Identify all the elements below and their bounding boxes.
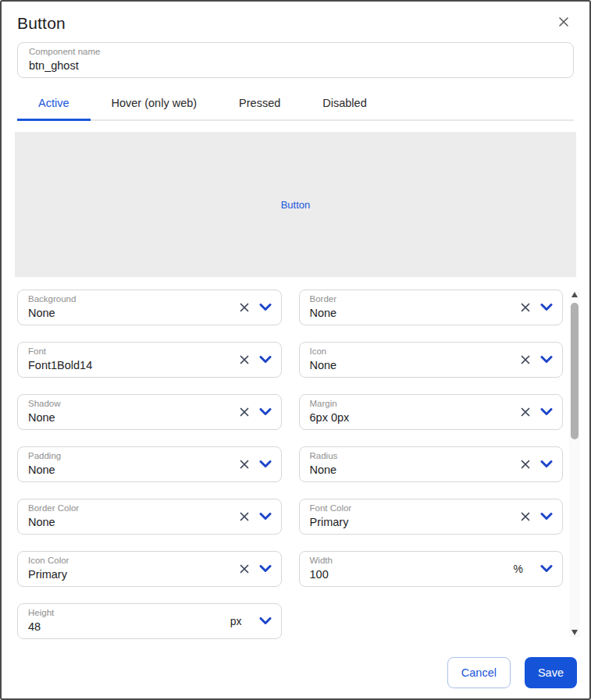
dialog-footer: Cancel Save xyxy=(2,657,589,698)
clear-icon[interactable] xyxy=(520,354,531,365)
clear-icon[interactable] xyxy=(239,302,250,313)
chevron-down-icon[interactable] xyxy=(259,304,272,311)
button-preview-area: Button xyxy=(15,132,576,277)
field-value: Primary xyxy=(28,568,223,581)
field-label: Icon Color xyxy=(28,556,223,567)
tab-active[interactable]: Active xyxy=(17,87,91,119)
scrollbar[interactable] xyxy=(569,290,580,638)
field-value: 6px 0px xyxy=(310,411,505,425)
field-radius[interactable]: Radius None xyxy=(299,446,564,482)
field-font-color[interactable]: Font Color Primary xyxy=(299,499,564,535)
chevron-down-icon[interactable] xyxy=(259,356,272,364)
chevron-down-icon[interactable] xyxy=(540,513,553,521)
field-icon-color[interactable]: Icon Color Primary xyxy=(17,551,282,587)
field-padding[interactable]: Padding None xyxy=(17,446,282,482)
tab-disabled[interactable]: Disabled xyxy=(301,87,387,119)
field-value: 48 xyxy=(28,620,223,634)
save-button[interactable]: Save xyxy=(525,657,577,688)
chevron-down-icon[interactable] xyxy=(540,304,553,311)
dialog-title: Button xyxy=(17,14,66,33)
style-fields-section: Background None Border None Font Font1Bo… xyxy=(2,290,589,639)
state-tabs: Active Hover (only web) Pressed Disabled xyxy=(17,87,574,121)
preview-button: Button xyxy=(281,199,311,211)
field-font[interactable]: Font Font1Bold14 xyxy=(17,342,282,378)
field-value: None xyxy=(310,464,505,477)
chevron-down-icon[interactable] xyxy=(259,565,272,573)
style-fields-grid: Background None Border None Font Font1Bo… xyxy=(17,290,563,639)
field-width[interactable]: Width 100 % xyxy=(299,551,564,587)
chevron-down-icon[interactable] xyxy=(259,460,272,468)
scroll-down-icon[interactable] xyxy=(571,630,578,635)
button-style-dialog: Button Component name btn_ghost Active H… xyxy=(0,0,591,700)
clear-icon[interactable] xyxy=(520,302,531,313)
field-value: None xyxy=(310,359,505,372)
chevron-down-icon[interactable] xyxy=(540,565,553,573)
dialog-header: Button xyxy=(2,2,589,41)
field-label: Border xyxy=(310,294,505,305)
field-height[interactable]: Height 48 px xyxy=(17,603,282,639)
component-name-field[interactable]: Component name btn_ghost xyxy=(17,42,574,78)
scrollbar-thumb[interactable] xyxy=(571,303,579,439)
clear-icon[interactable] xyxy=(239,354,250,365)
field-icon[interactable]: Icon None xyxy=(299,342,564,378)
clear-icon[interactable] xyxy=(520,511,531,522)
tab-hover[interactable]: Hover (only web) xyxy=(91,87,219,119)
field-value: None xyxy=(28,307,223,320)
field-value: None xyxy=(28,516,223,529)
unit-label: px xyxy=(230,615,242,627)
scroll-up-icon[interactable] xyxy=(571,292,578,297)
field-value: Font1Bold14 xyxy=(28,359,223,372)
chevron-down-icon[interactable] xyxy=(540,356,553,364)
clear-icon[interactable] xyxy=(520,407,531,418)
component-name-value: btn_ghost xyxy=(29,59,562,73)
component-name-label: Component name xyxy=(29,47,562,58)
field-label: Padding xyxy=(28,451,223,462)
field-label: Font Color xyxy=(310,503,505,514)
field-label: Border Color xyxy=(28,503,223,514)
unit-label: % xyxy=(514,563,523,575)
field-border-color[interactable]: Border Color None xyxy=(17,499,282,535)
chevron-down-icon[interactable] xyxy=(540,408,553,416)
clear-icon[interactable] xyxy=(239,511,250,522)
field-value: None xyxy=(310,307,505,320)
field-label: Margin xyxy=(310,399,505,410)
field-value: None xyxy=(28,464,223,477)
field-margin[interactable]: Margin 6px 0px xyxy=(299,394,564,430)
field-border[interactable]: Border None xyxy=(299,290,564,325)
field-shadow[interactable]: Shadow None xyxy=(17,394,282,430)
tab-pressed[interactable]: Pressed xyxy=(218,87,301,119)
chevron-down-icon[interactable] xyxy=(259,617,272,625)
field-label: Background xyxy=(28,294,223,305)
field-value: None xyxy=(28,411,223,425)
close-icon xyxy=(557,15,571,32)
chevron-down-icon[interactable] xyxy=(540,460,553,468)
field-label: Shadow xyxy=(28,399,223,410)
close-button[interactable] xyxy=(554,13,574,34)
field-value: Primary xyxy=(310,516,505,529)
clear-icon[interactable] xyxy=(520,459,531,470)
field-background[interactable]: Background None xyxy=(17,290,282,325)
field-value: 100 xyxy=(310,568,505,581)
field-label: Radius xyxy=(310,451,505,462)
clear-icon[interactable] xyxy=(239,407,250,418)
field-label: Icon xyxy=(310,346,505,357)
clear-icon[interactable] xyxy=(239,563,250,574)
chevron-down-icon[interactable] xyxy=(259,408,272,416)
chevron-down-icon[interactable] xyxy=(259,513,272,521)
field-label: Width xyxy=(310,556,505,567)
clear-icon[interactable] xyxy=(239,459,250,470)
cancel-button[interactable]: Cancel xyxy=(447,657,511,688)
field-label: Font xyxy=(28,346,223,357)
field-label: Height xyxy=(28,608,223,619)
